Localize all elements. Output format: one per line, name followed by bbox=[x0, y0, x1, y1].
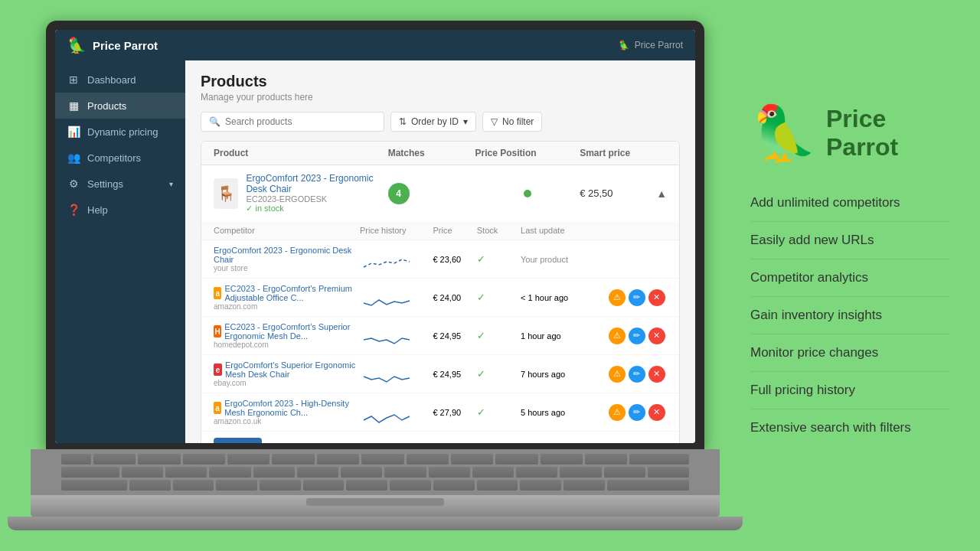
comp-price-homedepot: € 24,95 bbox=[433, 331, 476, 341]
comp-domain-amazon-uk: amazon.co.uk bbox=[214, 417, 360, 425]
sidebar-item-competitors[interactable]: 👥 Competitors bbox=[55, 145, 185, 171]
comp-col-stock: Stock bbox=[477, 226, 521, 235]
comp-actions-ebay: ⚠ ✏ ✕ bbox=[609, 366, 667, 383]
price-position-dot bbox=[524, 190, 531, 197]
competitors-icon: 👥 bbox=[67, 152, 80, 164]
sparkline-amazon1 bbox=[360, 286, 413, 309]
warning-button-ebay[interactable]: ⚠ bbox=[609, 366, 626, 383]
product-name[interactable]: ErgoComfort 2023 - Ergonomic Desk Chair bbox=[246, 173, 387, 194]
search-icon: 🔍 bbox=[209, 116, 220, 127]
ebay-logo-icon: e bbox=[214, 364, 222, 376]
sidebar-item-products[interactable]: ▦ Products bbox=[55, 93, 185, 119]
filter-icon: ▽ bbox=[491, 116, 498, 127]
keyboard-area bbox=[31, 449, 720, 495]
feature-pricing-history: Full pricing history bbox=[750, 372, 949, 409]
comp-price-ebay: € 24,95 bbox=[433, 370, 476, 379]
search-input[interactable] bbox=[225, 116, 376, 127]
feature-add-urls: Easily add new URLs bbox=[750, 222, 949, 259]
sidebar-item-label: Products bbox=[87, 100, 126, 112]
comp-domain-own: your store bbox=[214, 264, 360, 272]
col-matches: Matches bbox=[388, 148, 475, 158]
warning-button[interactable]: ⚠ bbox=[609, 289, 626, 306]
screen-bezel: 🦜 Price Parrot 🦜 Price Parrot ⊞ Dashboar… bbox=[46, 21, 704, 449]
competitor-row-amazon-uk: a ErgoComfort 2023 - High-Density Mesh E… bbox=[201, 393, 679, 432]
comp-stock-homedepot: ✓ bbox=[477, 330, 521, 341]
parrot-logo-area: 🦜 Price Parrot bbox=[750, 105, 949, 161]
main-layout: ⊞ Dashboard ▦ Products 📊 Dynamic pricing bbox=[55, 60, 695, 443]
edit-button-ebay[interactable]: ✏ bbox=[629, 366, 645, 383]
comp-col-competitor: Competitor bbox=[214, 226, 360, 235]
comp-update-ebay: 7 hours ago bbox=[521, 370, 609, 379]
comp-update-own: Your product bbox=[521, 255, 609, 264]
comp-actions-amazon-uk: ⚠ ✏ ✕ bbox=[609, 404, 667, 421]
product-details: ErgoComfort 2023 - Ergonomic Desk Chair … bbox=[246, 173, 387, 214]
laptop-bottom bbox=[8, 517, 743, 530]
topbar-label: Price Parrot bbox=[635, 40, 683, 51]
comp-stock-amazon-uk: ✓ bbox=[477, 406, 521, 418]
toolbar: 🔍 ⇅ Order by ID ▾ ▽ No filter bbox=[201, 112, 680, 132]
page-subtitle: Manage your products here bbox=[201, 92, 680, 103]
search-box[interactable]: 🔍 bbox=[201, 112, 384, 132]
delete-button-amuk[interactable]: ✕ bbox=[648, 404, 665, 421]
comp-update-homedepot: 1 hour ago bbox=[521, 331, 609, 341]
brand-name: Price Parrot bbox=[93, 39, 158, 52]
laptop-base bbox=[31, 495, 720, 517]
features-panel: 🦜 Price Parrot Add unlimited competitors… bbox=[704, 0, 980, 551]
dynamic-pricing-icon: 📊 bbox=[67, 126, 80, 138]
delete-button-hd[interactable]: ✕ bbox=[648, 328, 665, 344]
sparkline-own bbox=[360, 248, 413, 271]
dashboard-icon: ⊞ bbox=[67, 73, 80, 86]
competitor-row-amazon1: a EC2023 - ErgoComfort's Premium Adjusta… bbox=[201, 279, 679, 317]
comp-name-own: ErgoComfort 2023 - Ergonomic Desk Chair bbox=[214, 246, 360, 264]
warning-button-hd[interactable]: ⚠ bbox=[609, 328, 626, 344]
product-stock: ✓ in stock bbox=[246, 204, 387, 214]
sparkline-ebay bbox=[360, 363, 413, 386]
sidebar-item-label: Settings bbox=[87, 178, 123, 190]
price-position-cell bbox=[475, 190, 580, 197]
comp-name-homedepot: EC2023 - ErgoComfort's Superior Ergonomi… bbox=[224, 322, 360, 341]
comp-info-homedepot: H EC2023 - ErgoComfort's Superior Ergono… bbox=[214, 322, 360, 349]
smart-price-cell: € 25,50 ▲ bbox=[580, 187, 667, 200]
matches-cell: 4 bbox=[388, 183, 475, 204]
filter-button[interactable]: ▽ No filter bbox=[482, 112, 542, 132]
sidebar-item-label: Competitors bbox=[87, 152, 141, 164]
competitor-row-ebay: e ErgoComfort's Superior Ergonomic Mesh … bbox=[201, 355, 679, 393]
chevron-down-icon: ▾ bbox=[463, 116, 468, 127]
edit-button[interactable]: ✏ bbox=[629, 289, 645, 306]
comp-stock-own: ✓ bbox=[477, 253, 521, 265]
comp-col-actions bbox=[609, 226, 667, 235]
sidebar-item-dashboard[interactable]: ⊞ Dashboard bbox=[55, 67, 185, 93]
trackpad[interactable] bbox=[306, 498, 444, 506]
comp-name-amazon1: EC2023 - ErgoComfort's Premium Adjustabl… bbox=[224, 284, 360, 302]
edit-button-amuk[interactable]: ✏ bbox=[629, 404, 645, 421]
comp-domain-amazon1: amazon.com bbox=[214, 302, 360, 311]
delete-button[interactable]: ✕ bbox=[648, 289, 665, 306]
comp-info-own: ErgoComfort 2023 - Ergonomic Desk Chair … bbox=[214, 246, 360, 272]
comp-col-price: Price bbox=[433, 226, 476, 235]
product-info: 🪑 ErgoComfort 2023 - Ergonomic Desk Chai… bbox=[214, 173, 388, 214]
col-product: Product bbox=[214, 148, 388, 158]
expand-button[interactable]: ▲ bbox=[656, 187, 667, 200]
comp-price-amazon1: € 24,00 bbox=[433, 293, 476, 302]
smart-price-value: € 25,50 bbox=[580, 187, 612, 199]
sparkline-amazon-uk bbox=[360, 401, 413, 424]
edit-button-hd[interactable]: ✏ bbox=[629, 328, 645, 344]
filter-label: No filter bbox=[502, 116, 534, 127]
comp-actions-homedepot: ⚠ ✏ ✕ bbox=[609, 328, 667, 344]
app-container: 🦜 Price Parrot 🦜 Price Parrot ⊞ Dashboar… bbox=[55, 30, 695, 443]
products-table: Product Matches Price Position Smart pri… bbox=[201, 141, 680, 443]
topbar-right: 🦜 Price Parrot bbox=[619, 40, 683, 51]
comp-price-own: € 23,60 bbox=[433, 255, 476, 264]
sidebar-item-label: Dynamic pricing bbox=[87, 126, 158, 138]
add-link-button[interactable]: Add link bbox=[214, 438, 262, 443]
parrot-large-icon: 🦜 bbox=[750, 106, 817, 160]
product-main-row: 🪑 ErgoComfort 2023 - Ergonomic Desk Chai… bbox=[201, 165, 679, 221]
sidebar-item-settings[interactable]: ⚙ Settings ▾ bbox=[55, 171, 185, 197]
warning-button-amuk[interactable]: ⚠ bbox=[609, 404, 626, 421]
sidebar-item-help[interactable]: ❓ Help bbox=[55, 197, 185, 223]
delete-button-ebay[interactable]: ✕ bbox=[648, 366, 665, 383]
sidebar-item-dynamic-pricing[interactable]: 📊 Dynamic pricing bbox=[55, 119, 185, 145]
competitor-section: Competitor Price history Price Stock Las… bbox=[201, 221, 679, 443]
comp-info-amazon-uk: a ErgoComfort 2023 - High-Density Mesh E… bbox=[214, 399, 360, 425]
order-by-select[interactable]: ⇅ Order by ID ▾ bbox=[390, 112, 476, 132]
